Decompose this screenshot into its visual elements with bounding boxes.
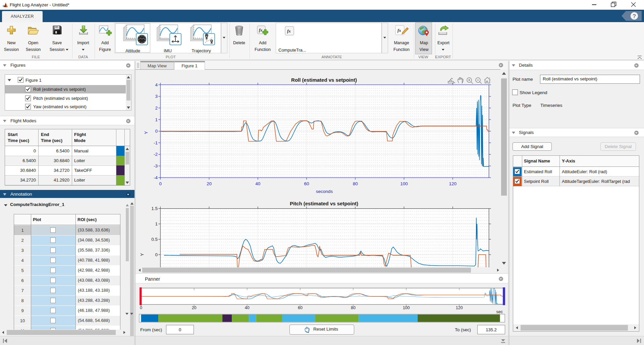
svg-text:1.5: 1.5 (151, 206, 158, 211)
svg-text:Roll (estimated vs setpoint): Roll (estimated vs setpoint) (291, 77, 357, 83)
svg-text:0: 0 (159, 181, 162, 186)
svg-text:0: 0 (155, 252, 158, 257)
svg-text:0: 0 (155, 129, 158, 134)
svg-text:fx: fx (287, 28, 291, 33)
svg-text:Y: Y (144, 131, 149, 134)
svg-text:80: 80 (353, 181, 358, 186)
svg-text:seconds: seconds (316, 189, 333, 194)
svg-text:100: 100 (403, 305, 410, 310)
svg-text:40: 40 (245, 305, 250, 310)
svg-text:120: 120 (449, 181, 457, 186)
svg-text:80: 80 (351, 305, 356, 310)
svg-text:4: 4 (155, 82, 158, 87)
svg-text:20: 20 (207, 181, 212, 186)
svg-text:0: 0 (140, 305, 142, 310)
svg-text:-4: -4 (154, 175, 158, 180)
svg-text:3: 3 (155, 94, 158, 99)
svg-text:20: 20 (192, 305, 197, 310)
svg-text:fx: fx (397, 28, 401, 33)
svg-text:?: ? (633, 13, 636, 19)
svg-text:fx: fx (259, 28, 262, 32)
svg-text:Pitch (estimated vs setpoint): Pitch (estimated vs setpoint) (290, 201, 358, 206)
svg-text:60: 60 (304, 181, 309, 186)
svg-text:Y: Y (140, 253, 145, 256)
svg-text:60: 60 (298, 305, 303, 310)
svg-text:-2: -2 (154, 152, 158, 157)
svg-text:0.5: 0.5 (151, 237, 158, 242)
svg-text:100: 100 (400, 181, 408, 186)
svg-text:40: 40 (255, 181, 260, 186)
svg-text:2: 2 (155, 106, 158, 111)
svg-text:-1: -1 (154, 140, 158, 145)
svg-text:120: 120 (456, 305, 463, 310)
svg-text:sec: sec (496, 309, 503, 314)
svg-text:1: 1 (155, 221, 158, 226)
svg-text:1: 1 (155, 117, 158, 122)
svg-text:-3: -3 (154, 163, 158, 168)
